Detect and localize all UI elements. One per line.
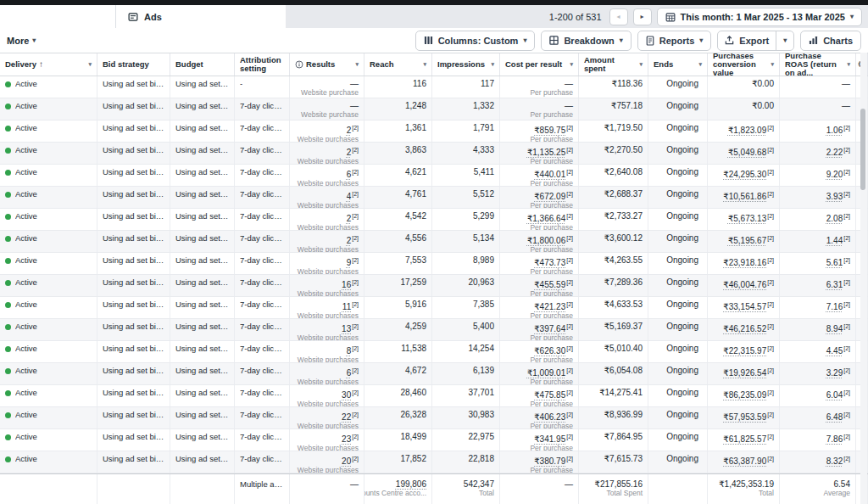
results-value[interactable]: 8[2] — [347, 344, 359, 356]
vertical-scrollbar-thumb[interactable] — [860, 109, 865, 190]
table-row[interactable]: ActiveUsing ad set bid str...Using ad se… — [0, 341, 868, 363]
table-row[interactable]: ActiveUsing ad set bid str...Using ad se… — [0, 363, 868, 385]
conversion-value[interactable]: ₹0.00 — [752, 79, 774, 88]
roas-value[interactable]: — — [842, 101, 850, 110]
results-value[interactable]: 9[2] — [347, 255, 359, 267]
results-value[interactable]: 2[2] — [347, 211, 359, 223]
column-header-budget[interactable]: Budget — [170, 53, 235, 76]
conversion-value[interactable]: ₹24,295.30[2] — [723, 167, 774, 179]
pagination-prev-button[interactable]: ◂ — [609, 8, 628, 25]
chevron-down-icon[interactable]: ▾ — [847, 60, 850, 69]
column-header-ends[interactable]: Ends ▾ — [648, 53, 708, 76]
cost-per-result-value[interactable]: ₹341.95[2] — [534, 432, 573, 444]
column-header-delivery[interactable]: Delivery ↑ ▾ — [0, 53, 97, 76]
conversion-value[interactable]: ₹5,049.68[2] — [728, 145, 774, 157]
column-header-cost-per-result[interactable]: Cost per result ▾ — [500, 53, 579, 76]
results-value[interactable]: — — [350, 79, 359, 88]
results-value[interactable]: 2[2] — [347, 233, 359, 245]
results-value[interactable]: 16[2] — [342, 277, 359, 289]
conversion-value[interactable]: ₹46,216.52[2] — [723, 322, 774, 333]
conversion-value[interactable]: ₹86,235.09[2] — [723, 388, 774, 400]
cost-per-result-value[interactable]: ₹1,800.06[2] — [527, 233, 573, 245]
conversion-value[interactable]: ₹10,561.86[2] — [723, 189, 774, 201]
cost-per-result-value[interactable]: ₹1,135.25[2] — [527, 145, 573, 157]
roas-value[interactable]: 2.08[2] — [826, 211, 850, 223]
charts-button[interactable]: Charts — [800, 31, 861, 51]
cost-per-result-value[interactable]: ₹397.64[2] — [534, 322, 573, 333]
tab-previous[interactable] — [0, 5, 116, 28]
cost-per-result-value[interactable]: ₹1,009.01[2] — [527, 366, 573, 378]
table-row[interactable]: ActiveUsing ad set bid str...Using ad se… — [0, 385, 868, 407]
table-row[interactable]: ActiveUsing ad set bid str...Using ad se… — [0, 319, 868, 341]
results-value[interactable]: 30[2] — [342, 388, 359, 400]
conversion-value[interactable]: ₹1,823.09[2] — [728, 123, 774, 135]
chevron-down-icon[interactable]: ▾ — [88, 60, 92, 69]
results-value[interactable]: 4[2] — [347, 189, 359, 201]
conversion-value[interactable]: ₹61,825.57[2] — [723, 432, 774, 444]
column-header-results[interactable]: Results ▾ — [290, 53, 364, 76]
results-value[interactable]: 22[2] — [342, 410, 359, 422]
results-value[interactable]: 11[2] — [342, 300, 359, 311]
cost-per-result-value[interactable]: ₹672.09[2] — [534, 189, 573, 201]
cost-per-result-value[interactable]: ₹1,366.64[2] — [527, 211, 573, 223]
conversion-value[interactable]: ₹23,918.16[2] — [723, 255, 774, 267]
conversion-value[interactable]: ₹5,195.67[2] — [728, 233, 774, 245]
column-header-impressions[interactable]: Impressions ▾ — [432, 53, 500, 76]
cost-per-result-value[interactable]: ₹455.59[2] — [534, 277, 573, 289]
vertical-scrollbar-track[interactable] — [860, 53, 867, 504]
more-button[interactable]: More ▾ — [2, 31, 41, 51]
table-row[interactable]: ActiveUsing ad set bid str...Using ad se… — [0, 98, 868, 120]
roas-value[interactable]: 6.04[2] — [826, 388, 850, 400]
conversion-value[interactable]: ₹19,926.54[2] — [723, 366, 774, 378]
table-row[interactable]: ActiveUsing ad set bid str...Using ad se… — [0, 407, 868, 429]
roas-value[interactable]: 2.22[2] — [826, 145, 850, 157]
roas-value[interactable]: 4.45[2] — [826, 344, 850, 356]
chevron-down-icon[interactable]: ▾ — [771, 60, 774, 69]
roas-value[interactable]: 7.86[2] — [826, 432, 850, 444]
results-value[interactable]: 6[2] — [347, 366, 359, 378]
column-header-reach[interactable]: Reach ▾ — [364, 53, 432, 76]
cost-per-result-value[interactable]: ₹406.23[2] — [534, 410, 573, 422]
info-icon[interactable] — [295, 60, 303, 69]
pagination-next-button[interactable]: ▸ — [633, 8, 652, 25]
cost-per-result-value[interactable]: — — [565, 79, 573, 88]
table-row[interactable]: ActiveUsing ad set bid str...Using ad se… — [0, 297, 868, 319]
results-value[interactable]: 23[2] — [342, 432, 359, 444]
chevron-down-icon[interactable]: ▾ — [570, 60, 573, 69]
conversion-value[interactable]: ₹0.00 — [752, 101, 774, 110]
roas-value[interactable]: 8.94[2] — [826, 322, 850, 333]
table-row[interactable]: ActiveUsing ad set bid str...Using ad se… — [0, 76, 868, 98]
roas-value[interactable]: 3.93[2] — [826, 189, 850, 201]
table-row[interactable]: ActiveUsing ad set bid str...Using ad se… — [0, 120, 868, 143]
column-header-bid-strategy[interactable]: Bid strategy — [97, 53, 170, 76]
cost-per-result-value[interactable]: ₹380.79[2] — [534, 454, 573, 466]
conversion-value[interactable]: ₹63,387.90[2] — [723, 454, 774, 466]
chevron-down-icon[interactable]: ▾ — [639, 60, 643, 69]
conversion-value[interactable]: ₹46,004.76[2] — [723, 277, 774, 289]
export-button[interactable]: Export — [718, 31, 776, 50]
chevron-down-icon[interactable]: ▾ — [698, 60, 702, 69]
cost-per-result-value[interactable]: ₹440.01[2] — [534, 167, 573, 179]
table-row[interactable]: ActiveUsing ad set bid str...Using ad se… — [0, 429, 868, 451]
cost-per-result-value[interactable]: — — [565, 101, 573, 110]
column-header-amount-spent[interactable]: Amount spent ▾ — [579, 53, 648, 76]
cost-per-result-value[interactable]: ₹473.73[2] — [534, 255, 573, 267]
table-row[interactable]: ActiveUsing ad set bid str...Using ad se… — [0, 275, 868, 297]
roas-value[interactable]: 6.31[2] — [826, 277, 850, 289]
conversion-value[interactable]: ₹57,953.59[2] — [723, 410, 774, 422]
roas-value[interactable]: 6.48[2] — [826, 410, 850, 422]
breakdown-button[interactable]: Breakdown ▾ — [541, 31, 631, 51]
results-value[interactable]: 2[2] — [347, 145, 359, 157]
conversion-value[interactable]: ₹33,154.57[2] — [723, 300, 774, 311]
roas-value[interactable]: 8.32[2] — [826, 454, 850, 466]
table-row[interactable]: ActiveUsing ad set bid str...Using ad se… — [0, 451, 868, 473]
conversion-value[interactable]: ₹22,315.97[2] — [723, 344, 774, 356]
footer-reach-value[interactable]: 199,806 — [396, 479, 426, 489]
columns-button[interactable]: Columns: Custom ▾ — [415, 31, 536, 51]
cost-per-result-value[interactable]: ₹626.30[2] — [534, 344, 573, 356]
results-value[interactable]: 2[2] — [347, 123, 359, 135]
table-row[interactable]: ActiveUsing ad set bid str...Using ad se… — [0, 253, 868, 275]
results-value[interactable]: — — [350, 101, 359, 110]
cost-per-result-value[interactable]: ₹859.75[2] — [534, 123, 573, 135]
cost-per-result-value[interactable]: ₹475.85[2] — [534, 388, 573, 400]
